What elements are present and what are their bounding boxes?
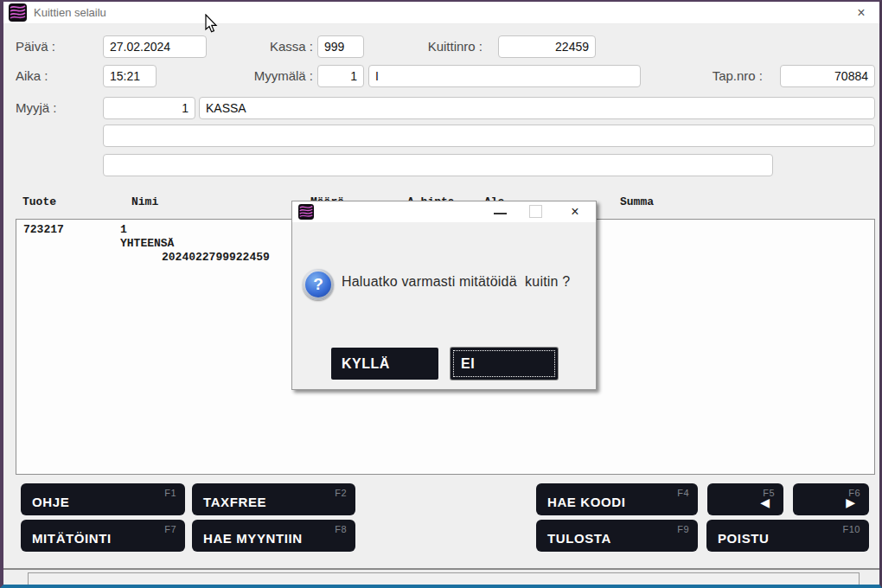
f6-key-label: F6 <box>848 488 860 498</box>
poistu-button-label: POISTU <box>718 531 769 546</box>
kuittinro-field[interactable]: 22459 <box>498 35 596 58</box>
dialog-message: Haluatko varmasti mitätöidä kuitin ? <box>342 274 570 290</box>
tulosta-button-label: TULOSTA <box>547 531 611 546</box>
dialog-close-icon[interactable]: × <box>566 203 585 220</box>
ohje-button[interactable]: OHJE F1 <box>21 483 185 515</box>
col-header-tuote: Tuote <box>22 195 56 208</box>
hae-koodi-button-label: HAE KOODI <box>547 495 625 509</box>
hae-myyntiin-button[interactable]: HAE MYYNTIIN F8 <box>192 520 355 552</box>
cell-product-code: 723217 <box>23 223 64 236</box>
f2-key-label: F2 <box>335 488 347 498</box>
f9-key-label: F9 <box>677 524 689 534</box>
ohje-button-label: OHJE <box>32 495 69 509</box>
hae-myyntiin-button-label: HAE MYYNTIIN <box>203 531 303 546</box>
myymala-label: Myymälä : <box>220 65 313 87</box>
status-divider <box>3 568 879 570</box>
poistu-button[interactable]: POISTU F10 <box>706 520 869 552</box>
cell-receipt-ref: 2024022799922459 <box>162 251 270 264</box>
mitatointi-button-label: MITÄTÖINTI <box>32 531 112 546</box>
taxfree-button-label: TAXFREE <box>203 495 266 509</box>
tapnro-field[interactable]: 70884 <box>780 65 875 87</box>
dialog-minimize-icon[interactable] <box>489 201 512 222</box>
kassa-label: Kassa : <box>220 35 313 58</box>
mouse-cursor <box>204 14 220 35</box>
f10-key-label: F10 <box>843 524 860 534</box>
window-title: Kuittien selailu <box>34 6 106 19</box>
f8-key-label: F8 <box>335 524 347 534</box>
f7-key-label: F7 <box>164 524 176 534</box>
cell-yhteensa: YHTEENSÄ <box>120 237 174 250</box>
kassa-field[interactable]: 999 <box>317 35 364 58</box>
f5-key-label: F5 <box>763 488 775 498</box>
previous-receipt-button[interactable]: ◀ F5 <box>707 483 783 515</box>
question-icon: ? <box>303 269 334 300</box>
myyja-label: Myyjä : <box>16 97 57 119</box>
col-header-nimi: Nimi <box>131 195 158 208</box>
dialog-logo-icon <box>298 204 314 220</box>
dialog-title-bar: × <box>292 201 596 222</box>
col-header-summa: Summa <box>620 195 654 208</box>
status-field <box>28 572 860 585</box>
taxfree-button[interactable]: TAXFREE F2 <box>192 483 355 515</box>
myymala-number-field[interactable]: 1 <box>317 65 364 87</box>
paiva-field[interactable]: 27.02.2024 <box>103 35 207 58</box>
next-receipt-button[interactable]: ▶ F6 <box>793 483 869 515</box>
dialog-maximize-icon <box>529 205 542 218</box>
title-bar: Kuittien selailu × <box>3 2 879 24</box>
window-close-icon[interactable]: × <box>852 4 871 22</box>
main-window: Kuittien selailu × Päivä : 27.02.2024 Ka… <box>0 0 882 588</box>
mitatointi-button[interactable]: MITÄTÖINTI F7 <box>21 520 185 552</box>
hae-koodi-button[interactable]: HAE KOODI F4 <box>536 483 698 515</box>
extra-field-2[interactable] <box>103 154 773 176</box>
tapnro-label: Tap.nro : <box>685 65 763 87</box>
tulosta-button[interactable]: TULOSTA F9 <box>536 520 698 552</box>
myymala-name-field[interactable]: I <box>368 65 641 87</box>
cell-qty: 1 <box>120 223 127 236</box>
f4-key-label: F4 <box>677 488 689 498</box>
confirm-void-dialog: × ? Haluatko varmasti mitätöidä kuitin ?… <box>291 201 597 390</box>
ei-button[interactable]: EI <box>451 348 558 380</box>
kylla-button[interactable]: KYLLÄ <box>331 348 438 380</box>
kuittinro-label: Kuittinro : <box>399 35 483 58</box>
myyja-name-field[interactable]: KASSA <box>199 97 875 119</box>
aika-label: Aika : <box>16 65 48 87</box>
myyja-number-field[interactable]: 1 <box>103 97 195 119</box>
extra-field-1[interactable] <box>103 125 875 147</box>
app-logo-icon <box>9 3 27 22</box>
f1-key-label: F1 <box>164 488 176 498</box>
aika-field[interactable]: 15:21 <box>103 65 157 87</box>
paiva-label: Päivä : <box>16 35 55 58</box>
